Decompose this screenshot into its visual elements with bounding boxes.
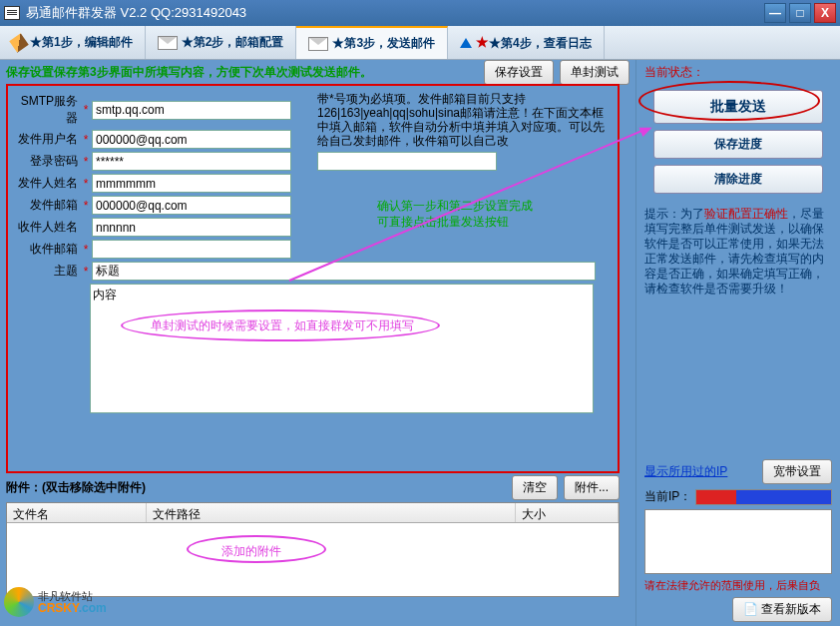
- col-filename[interactable]: 文件名: [7, 503, 147, 522]
- check-version-button[interactable]: 📄 查看新版本: [732, 597, 832, 622]
- smail-label: 发件邮箱: [14, 197, 78, 214]
- chart-icon: [460, 38, 472, 48]
- username-input[interactable]: [92, 130, 291, 149]
- add-attach-button[interactable]: 附件...: [564, 475, 620, 500]
- recipient-mail-input[interactable]: [92, 240, 291, 259]
- subject-input[interactable]: [92, 262, 596, 281]
- annotation-test-text: 单封测试的时候需要设置，如直接群发可不用填写: [151, 317, 414, 334]
- smtp-label: SMTP服务器: [14, 93, 78, 127]
- recipient-name-input[interactable]: [92, 218, 291, 237]
- col-filesize[interactable]: 大小: [516, 503, 619, 522]
- window-title: 易通邮件群发器 V2.2 QQ:2931492043: [26, 4, 764, 22]
- password-input[interactable]: [92, 152, 291, 171]
- sender-mail-input[interactable]: [92, 196, 291, 215]
- sidebar-tip: 提示：为了验证配置正确性，尽量填写完整后单件测试发送，以确保软件是否可以正常使用…: [644, 207, 832, 297]
- tab-step4[interactable]: ★★第4步，查看日志: [448, 26, 605, 59]
- ip-bar: [695, 489, 832, 505]
- mail-icon: [158, 36, 178, 50]
- status-label: 当前状态：: [644, 64, 832, 81]
- save-hint: 保存设置保存第3步界面中所填写内容，方便下次单次测试发送邮件。: [6, 64, 478, 81]
- smtp-input[interactable]: [92, 101, 291, 120]
- subject-label: 主题: [14, 263, 78, 280]
- close-button[interactable]: X: [814, 3, 836, 23]
- attach-title: 附件：(双击移除选中附件): [6, 479, 506, 496]
- app-icon: [4, 6, 20, 20]
- annotation-attach-text: 添加的附件: [221, 543, 281, 560]
- swirl-icon: [4, 587, 34, 617]
- col-filepath[interactable]: 文件路径: [147, 503, 516, 522]
- clear-progress-button[interactable]: 清除进度: [653, 165, 823, 194]
- rmail-label: 收件邮箱: [14, 241, 78, 258]
- show-ip-link[interactable]: 显示所用过的IP: [644, 463, 727, 480]
- legal-notice: 请在法律允许的范围使用，后果自负: [644, 578, 832, 593]
- single-test-button[interactable]: 单封测试: [560, 60, 630, 85]
- watermark-logo: 非凡软件站 CRSKY.com: [4, 582, 124, 622]
- save-progress-button[interactable]: 保存进度: [653, 130, 823, 159]
- content-textarea[interactable]: 内容 内容 单封测试的时候需要设置，如直接群发可不用填写: [90, 284, 594, 413]
- ip-list-box[interactable]: [644, 509, 832, 574]
- green-hint: 确认第一步和第二步设置完成 可直接点击批量发送按钮: [377, 198, 533, 230]
- pass-label: 登录密码: [14, 153, 78, 170]
- sname-label: 发件人姓名: [14, 175, 78, 192]
- pencil-icon: [9, 33, 28, 52]
- smtp-note: 带*号项为必填项。发件邮箱目前只支持126|163|yeah|qq|sohu|s…: [317, 92, 607, 171]
- auto-parse-input[interactable]: [317, 152, 497, 171]
- minimize-button[interactable]: —: [764, 3, 786, 23]
- save-config-button[interactable]: 保存设置: [484, 60, 554, 85]
- sender-name-input[interactable]: [92, 174, 291, 193]
- rname-label: 收件人姓名: [14, 219, 78, 236]
- mail-send-icon: [308, 37, 328, 51]
- tab-step3[interactable]: ★第3步，发送邮件: [296, 26, 448, 59]
- batch-send-button[interactable]: 批量发送: [653, 90, 823, 124]
- tab-step1[interactable]: ★第1步，编辑邮件: [0, 26, 146, 59]
- clear-attach-button[interactable]: 清空: [512, 475, 558, 500]
- tab-step2[interactable]: ★第2步，邮箱配置: [146, 26, 297, 59]
- bandwidth-button[interactable]: 宽带设置: [762, 459, 832, 484]
- current-ip-label: 当前IP：: [644, 488, 691, 505]
- user-label: 发件用户名: [14, 131, 78, 148]
- maximize-button[interactable]: □: [789, 3, 811, 23]
